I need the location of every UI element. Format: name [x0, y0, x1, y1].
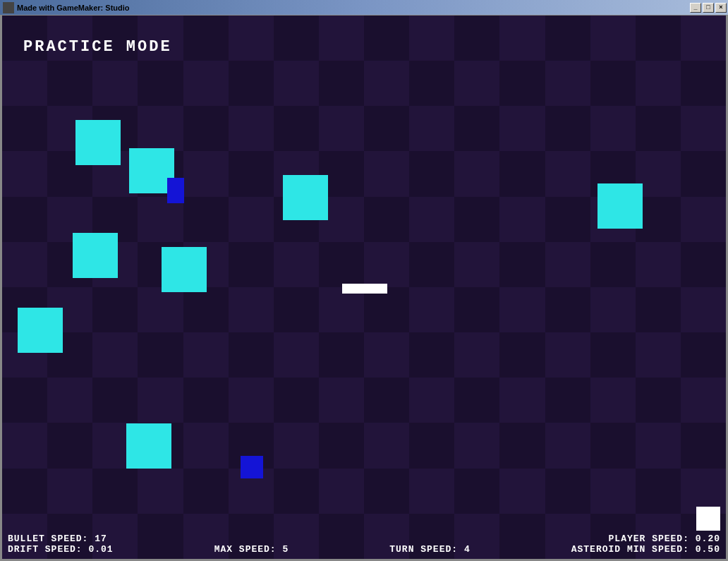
bullet-speed-stat: BULLET SPEED: 17: [8, 533, 107, 544]
titlebar[interactable]: Made with GameMaker: Studio _ □ ×: [0, 0, 728, 16]
asteroid-cyan-0: [75, 120, 121, 165]
mode-title: PRACTICE MODE: [23, 38, 172, 56]
asteroid-min-speed-stat: ASTEROID MIN SPEED: 0.50: [571, 544, 720, 555]
max-speed-stat: MAX SPEED: 5: [214, 544, 289, 555]
asteroid-blue-0: [167, 178, 184, 203]
asteroid-blue-1: [241, 456, 263, 478]
player-ship: [342, 284, 387, 294]
asteroid-cyan-4: [73, 233, 118, 278]
drift-speed-stat: DRIFT SPEED: 0.01: [8, 544, 114, 555]
maximize-button[interactable]: □: [703, 3, 714, 13]
close-button[interactable]: ×: [715, 3, 727, 13]
asteroid-cyan-7: [126, 423, 171, 469]
asteroid-cyan-5: [162, 247, 207, 292]
app-window: Made with GameMaker: Studio _ □ × PRACTI…: [0, 0, 728, 561]
asteroid-cyan-3: [597, 183, 643, 229]
game-viewport[interactable]: PRACTICE MODE BULLET SPEED: 17 PLAYER SP…: [0, 16, 728, 561]
window-controls: _ □ ×: [690, 3, 727, 13]
turn-speed-stat: TURN SPEED: 4: [389, 544, 470, 555]
hud-bottom: BULLET SPEED: 17 PLAYER SPEED: 0.20 DRIF…: [2, 533, 726, 555]
player-speed-stat: PLAYER SPEED: 0.20: [609, 533, 720, 544]
asteroid-cyan-2: [283, 175, 328, 220]
minimize-button[interactable]: _: [690, 3, 701, 13]
asteroid-cyan-6: [18, 308, 63, 353]
app-icon: [3, 2, 14, 13]
window-title: Made with GameMaker: Studio: [17, 4, 690, 12]
white-block-0: [696, 507, 720, 531]
